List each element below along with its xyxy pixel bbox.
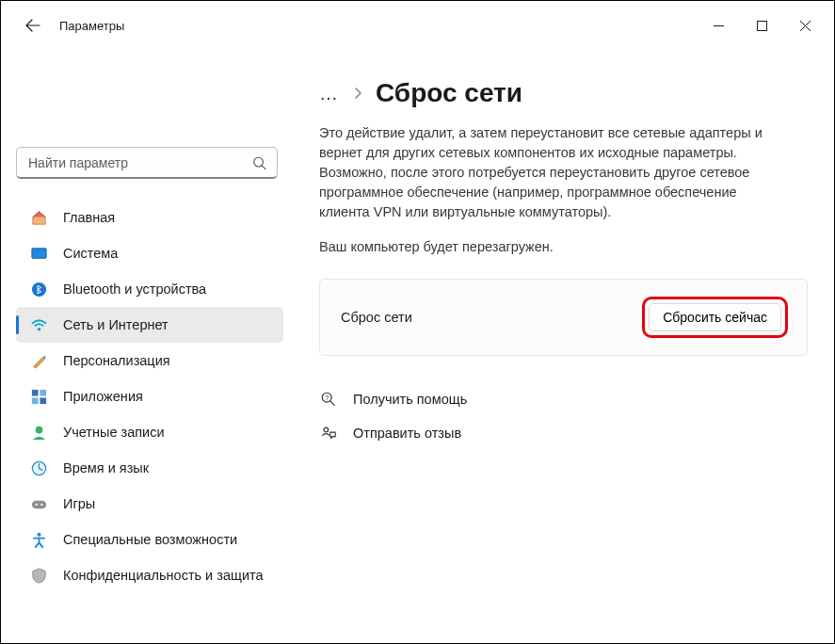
personalization-icon — [29, 351, 48, 370]
sidebar-item-home[interactable]: Главная — [16, 200, 283, 235]
system-icon — [29, 244, 48, 263]
sidebar-item-time-language[interactable]: Время и язык — [16, 450, 283, 486]
window-controls — [697, 10, 827, 40]
search-input[interactable] — [16, 147, 278, 179]
highlight-annotation: Сбросить сейчас — [642, 297, 788, 338]
sidebar-item-gaming[interactable]: Игры — [16, 486, 283, 522]
svg-point-5 — [37, 328, 40, 330]
breadcrumb: … Сброс сети — [319, 78, 808, 108]
feedback-label: Отправить отзыв — [353, 426, 461, 441]
svg-point-14 — [40, 503, 42, 505]
close-icon — [800, 21, 811, 31]
footer-links: ? Получить помощь Отправить отзыв — [319, 390, 808, 443]
reset-now-button[interactable]: Сбросить сейчас — [649, 303, 781, 331]
get-help-link[interactable]: ? Получить помощь — [319, 390, 808, 409]
sidebar-item-label: Игры — [63, 496, 95, 511]
svg-rect-0 — [757, 21, 766, 30]
sidebar-item-label: Время и язык — [63, 460, 149, 475]
bluetooth-icon — [29, 280, 48, 298]
sidebar-item-privacy[interactable]: Конфиденциальность и защита — [16, 557, 283, 593]
feedback-link[interactable]: Отправить отзыв — [319, 424, 808, 443]
sidebar-item-label: Приложения — [63, 389, 143, 404]
wifi-icon — [29, 315, 48, 334]
sidebar-item-apps[interactable]: Приложения — [16, 378, 283, 414]
sidebar-item-label: Учетные записи — [63, 425, 165, 440]
feedback-icon — [319, 424, 338, 443]
reset-card-label: Сброс сети — [341, 310, 412, 325]
svg-rect-8 — [31, 397, 38, 404]
svg-rect-6 — [31, 389, 38, 395]
content: … Сброс сети Это действие удалит, а зате… — [291, 50, 834, 643]
sidebar-item-label: Сеть и Интернет — [63, 317, 169, 332]
sidebar-item-label: Bluetooth и устройства — [63, 282, 206, 297]
get-help-label: Получить помощь — [353, 392, 467, 407]
chevron-right-icon — [353, 88, 362, 99]
arrow-left-icon — [25, 18, 40, 33]
home-icon — [29, 208, 48, 227]
svg-point-13 — [35, 503, 37, 505]
sidebar-item-label: Система — [63, 246, 118, 261]
sidebar-item-label: Специальные возможности — [63, 532, 237, 547]
sidebar-item-label: Персонализация — [63, 353, 170, 368]
minimize-icon — [714, 21, 724, 31]
reset-card: Сброс сети Сбросить сейчас — [319, 279, 808, 356]
sidebar-item-personalization[interactable]: Персонализация — [16, 343, 283, 378]
search-icon — [252, 156, 266, 170]
help-icon: ? — [319, 390, 338, 409]
titlebar: Параметры — [1, 1, 834, 50]
sidebar-item-accounts[interactable]: Учетные записи — [16, 414, 283, 450]
svg-text:?: ? — [325, 394, 329, 402]
page-title: Сброс сети — [376, 78, 522, 108]
close-button[interactable] — [783, 10, 827, 40]
accounts-icon — [29, 423, 48, 442]
sidebar-item-accessibility[interactable]: Специальные возможности — [16, 522, 283, 557]
app-title: Параметры — [59, 19, 124, 33]
svg-point-18 — [324, 427, 329, 432]
breadcrumb-ellipsis[interactable]: … — [319, 84, 340, 103]
svg-rect-7 — [40, 389, 46, 395]
sidebar-item-label: Конфиденциальность и защита — [63, 568, 264, 583]
svg-point-15 — [37, 532, 40, 536]
maximize-icon — [757, 21, 767, 31]
page-description: Это действие удалит, а затем переустанов… — [319, 123, 790, 222]
sidebar-item-bluetooth[interactable]: Bluetooth и устройства — [16, 271, 283, 307]
sidebar: Главная Система Bluetooth и устройства С… — [1, 50, 291, 643]
svg-rect-2 — [31, 248, 45, 257]
sidebar-item-label: Главная — [63, 210, 115, 225]
privacy-icon — [29, 566, 48, 585]
sidebar-item-system[interactable]: Система — [16, 235, 283, 271]
svg-rect-12 — [31, 500, 45, 508]
svg-point-10 — [35, 426, 42, 433]
sidebar-nav: Главная Система Bluetooth и устройства С… — [16, 200, 283, 593]
svg-rect-9 — [40, 397, 46, 404]
svg-point-4 — [31, 282, 45, 296]
back-button[interactable] — [18, 10, 48, 40]
sidebar-item-network[interactable]: Сеть и Интернет — [16, 307, 283, 343]
maximize-button[interactable] — [740, 10, 783, 40]
restart-note: Ваш компьютер будет перезагружен. — [319, 239, 808, 254]
minimize-button[interactable] — [697, 10, 740, 40]
apps-icon — [29, 387, 48, 406]
time-language-icon — [29, 459, 48, 477]
gaming-icon — [29, 494, 48, 513]
accessibility-icon — [29, 530, 48, 549]
